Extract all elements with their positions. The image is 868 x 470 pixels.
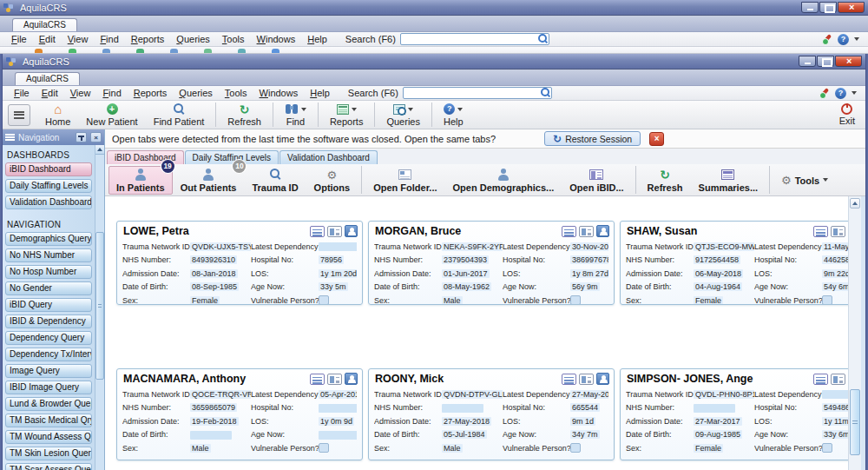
dropdown-caret-icon[interactable] — [352, 108, 357, 111]
maximize-button[interactable] — [819, 2, 837, 13]
details-icon[interactable] — [310, 226, 325, 237]
toolbar-button-help[interactable]: ?Help — [436, 102, 471, 128]
ribbon-button-trauma-id[interactable]: Trauma ID — [244, 166, 306, 195]
menu-item-find[interactable]: Find — [96, 87, 127, 99]
pointer-tool-icon[interactable] — [819, 88, 830, 99]
ribbon-button-out-patients[interactable]: Out Patients10 — [173, 166, 245, 195]
sidebar-item-dependency-query[interactable]: Dependency Query — [5, 331, 92, 345]
tab-daily-staffing-levels[interactable]: Daily Staffing Levels — [185, 150, 279, 164]
sidebar-item-daily-staffing-levels[interactable]: Daily Staffing Levels — [5, 179, 92, 193]
dropdown-caret-icon[interactable] — [457, 108, 463, 111]
exit-button[interactable]: Exit — [834, 103, 860, 127]
chevron-down-icon[interactable] — [852, 91, 857, 95]
menu-item-windows[interactable]: Windows — [253, 87, 305, 99]
menu-item-find[interactable]: Find — [94, 33, 124, 45]
search-icon[interactable] — [538, 34, 548, 43]
pointer-tool-icon[interactable] — [821, 34, 832, 45]
ribbon-button-in-patients[interactable]: In Patients19 — [108, 166, 173, 195]
vulnerable-person-checkbox[interactable] — [319, 295, 329, 305]
sidebar-item-no-gender[interactable]: No Gender — [5, 281, 92, 295]
menu-item-queries[interactable]: Queries — [170, 33, 216, 45]
toolbar-button-refresh[interactable]: ↻Refresh — [220, 102, 269, 128]
details-icon[interactable] — [310, 374, 325, 385]
vulnerable-person-checkbox[interactable] — [822, 295, 832, 305]
vulnerable-person-checkbox[interactable] — [822, 443, 832, 453]
toolbar-button-queries[interactable]: Queries — [378, 102, 428, 128]
vulnerable-person-checkbox[interactable] — [570, 443, 581, 453]
maximize-button[interactable] — [817, 56, 834, 67]
close-button[interactable] — [835, 56, 862, 67]
menu-item-edit[interactable]: Edit — [33, 33, 62, 45]
dismiss-notification-button[interactable]: × — [649, 132, 664, 146]
minimize-button[interactable] — [801, 2, 819, 13]
pin-icon[interactable] — [76, 132, 87, 142]
id-card-icon[interactable] — [579, 226, 594, 237]
close-icon[interactable]: × — [90, 132, 102, 142]
vulnerable-person-checkbox[interactable] — [570, 295, 581, 305]
sidebar-scrollbar[interactable] — [95, 145, 104, 470]
sidebar-item-no-nhs-number[interactable]: No NHS Number — [5, 248, 92, 262]
details-icon[interactable] — [813, 226, 828, 237]
search-input[interactable] — [400, 33, 549, 45]
help-icon[interactable]: ? — [838, 34, 849, 45]
menu-item-view[interactable]: View — [64, 87, 97, 99]
patient-photo-icon[interactable] — [596, 373, 609, 385]
details-icon[interactable] — [562, 226, 576, 237]
menu-item-file[interactable]: File — [8, 87, 36, 99]
id-card-icon[interactable] — [579, 374, 594, 385]
id-card-icon[interactable] — [327, 226, 342, 237]
menu-item-help[interactable]: Help — [301, 33, 333, 45]
sidebar-item-tm-skin-lesion-query[interactable]: TM Skin Lesion Query — [5, 447, 92, 460]
tab-validation-dashboard[interactable]: Validation Dashboard — [279, 150, 378, 164]
id-card-icon[interactable] — [831, 226, 845, 237]
search-input[interactable] — [403, 87, 552, 99]
menu-item-reports[interactable]: Reports — [125, 33, 171, 45]
menu-item-reports[interactable]: Reports — [128, 87, 174, 99]
sidebar-item-ibid-image-query[interactable]: IBID Image Query — [5, 381, 92, 394]
toolbar-button-find[interactable]: Find — [277, 102, 314, 128]
hamburger-icon[interactable] — [5, 134, 15, 141]
sidebar-item-dependency-tx-interventi[interactable]: Dependency Tx/Interventi — [5, 348, 92, 361]
patient-photo-icon[interactable] — [345, 225, 358, 237]
search-icon[interactable] — [541, 88, 550, 97]
toolbar-button-reports[interactable]: Reports — [322, 102, 372, 128]
menu-item-view[interactable]: View — [62, 33, 95, 45]
sidebar-item-ibid-dependency[interactable]: IBID & Dependency — [5, 314, 92, 328]
outer-app-tab[interactable]: AquilaCRS — [12, 18, 77, 31]
ribbon-button-options[interactable]: ⚙Options — [306, 166, 358, 195]
patient-photo-icon[interactable] — [345, 373, 358, 385]
menu-toggle-button[interactable] — [8, 104, 30, 126]
ribbon-button-summaries[interactable]: Summaries... — [691, 166, 766, 195]
content-scrollbar[interactable] — [848, 196, 861, 470]
sidebar-item-demographics-query[interactable]: Demographics Query — [5, 232, 92, 246]
sidebar-item-tm-basic-medical-qry[interactable]: TM Basic Medical Qry — [5, 414, 92, 427]
menu-item-file[interactable]: File — [5, 33, 33, 45]
sidebar-item-image-query[interactable]: Image Query — [5, 364, 92, 378]
help-icon[interactable]: ? — [835, 88, 846, 99]
sidebar-item-ibid-dashboard[interactable]: iBID Dashboard — [5, 162, 92, 176]
details-icon[interactable] — [562, 374, 576, 385]
sidebar-item-tm-wound-assess-qry[interactable]: TM Wound Assess Qry — [5, 430, 92, 444]
ribbon-button-refresh[interactable]: ↻Refresh — [640, 166, 691, 195]
sidebar-item-lund-browder-query[interactable]: Lund & Browder Query — [5, 397, 92, 411]
toolbar-button-home[interactable]: ⌂Home — [37, 102, 78, 128]
close-button[interactable] — [838, 2, 865, 13]
patient-photo-icon[interactable] — [596, 225, 609, 237]
details-icon[interactable] — [813, 374, 828, 385]
menu-item-help[interactable]: Help — [304, 87, 336, 99]
restore-session-button[interactable]: ↻ Restore Session — [544, 131, 641, 146]
ribbon-button-open-ibid[interactable]: Open iBID... — [562, 166, 631, 195]
toolbar-button-new-patient[interactable]: +New Patient — [78, 102, 145, 128]
main-app-tab[interactable]: AquilaCRS — [15, 72, 80, 85]
chevron-down-icon[interactable] — [854, 37, 859, 41]
sidebar-item-no-hosp-number[interactable]: No Hosp Number — [5, 265, 92, 279]
ribbon-button-open-demographics[interactable]: Open Demographics... — [445, 166, 562, 195]
menu-item-queries[interactable]: Queries — [173, 87, 219, 99]
ribbon-button-open-folder[interactable]: Open Folder... — [365, 166, 444, 195]
dropdown-caret-icon[interactable] — [301, 108, 306, 111]
ribbon-button-tools[interactable]: ⚙Tools — [773, 169, 836, 191]
sidebar-item-validation-dashboard[interactable]: Validation Dashboard — [5, 195, 92, 209]
menu-item-edit[interactable]: Edit — [36, 87, 64, 99]
sidebar-item-tm-scar-assess-query[interactable]: TM Scar Assess Query — [5, 463, 92, 470]
scroll-up-icon[interactable] — [95, 145, 104, 155]
